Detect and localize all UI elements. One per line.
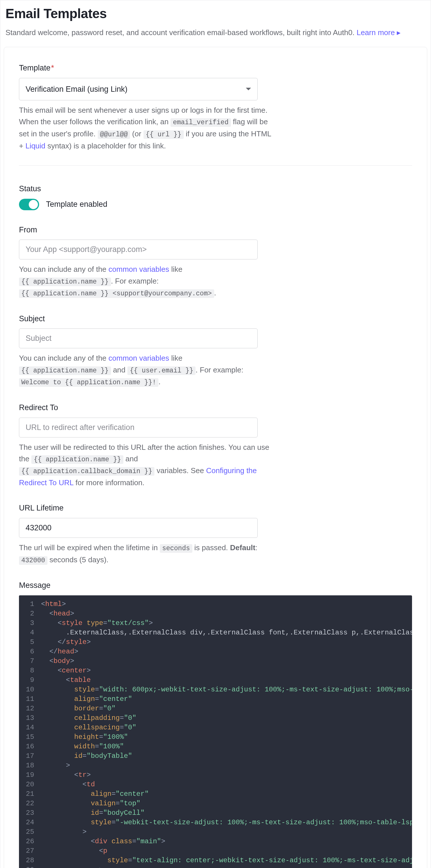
redirect-input[interactable] [19,417,257,437]
subject-help: You can include any of the common variab… [19,352,272,388]
arrow-icon: ▸ [397,28,401,37]
from-help: You can include any of the common variab… [19,264,272,299]
chevron-down-icon [246,88,251,90]
status-label: Status [19,183,412,195]
common-variables-link[interactable]: common variables [109,265,169,274]
common-variables-link-2[interactable]: common variables [109,354,169,362]
page-title: Email Templates [5,4,426,24]
status-text: Template enabled [46,198,107,210]
from-label: From [19,224,412,236]
template-select[interactable]: Verification Email (using Link) [19,78,257,101]
divider [19,165,412,166]
from-input[interactable] [19,240,257,259]
redirect-label: Redirect To [19,402,412,413]
message-label: Message [19,580,412,591]
status-toggle[interactable] [19,199,39,210]
template-help: This email will be sent whenever a user … [19,104,272,152]
template-label: Template* [19,62,412,74]
subject-label: Subject [19,313,412,325]
editor-code[interactable]: <html> <head> <style type="text/css"> .E… [38,595,412,868]
message-editor[interactable]: 1234567891011121314151617181920212223242… [19,595,412,868]
lifetime-help: The url will be expired when the lifetim… [19,542,272,566]
lifetime-label: URL Lifetime [19,502,412,514]
learn-more-link[interactable]: Learn more ▸ [357,28,401,37]
liquid-link[interactable]: Liquid [25,142,45,150]
template-select-value: Verification Email (using Link) [26,84,127,95]
subject-input[interactable] [19,329,257,348]
form-card: Template* Verification Email (using Link… [4,47,427,868]
redirect-help: The user will be redirected to this URL … [19,441,272,489]
page-subtitle: Standard welcome, password reset, and ac… [5,27,426,38]
editor-gutter: 1234567891011121314151617181920212223242… [19,595,38,868]
lifetime-input[interactable] [19,518,257,538]
